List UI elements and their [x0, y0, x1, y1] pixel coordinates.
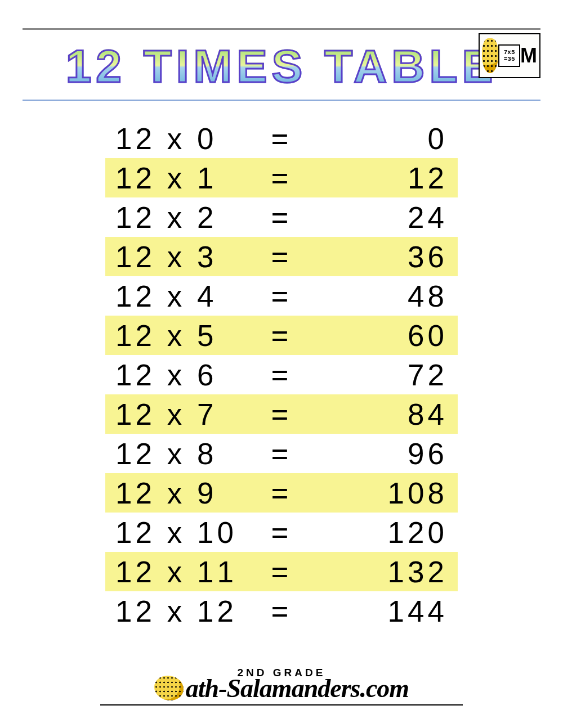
expression: 12 x 10	[115, 515, 262, 550]
badge-expr-top: 7x5	[504, 49, 515, 56]
result: 12	[363, 161, 448, 195]
table-row: 12 x 4=48	[105, 276, 458, 316]
equals-sign: =	[262, 161, 301, 195]
result: 120	[363, 515, 448, 550]
equals-sign: =	[262, 318, 301, 353]
result: 0	[363, 122, 448, 156]
page-title: 12 Times Table	[66, 40, 498, 93]
table-row: 12 x 0=0	[105, 119, 458, 158]
expression: 12 x 5	[115, 318, 262, 353]
equals-sign: =	[262, 397, 301, 432]
equals-sign: =	[262, 515, 301, 550]
table-row: 12 x 8=96	[105, 434, 458, 473]
table-row: 12 x 10=120	[105, 513, 458, 552]
equals-sign: =	[262, 437, 301, 471]
expression: 12 x 9	[115, 476, 262, 510]
expression: 12 x 12	[115, 594, 262, 628]
result: 60	[363, 318, 448, 353]
equals-sign: =	[262, 476, 301, 510]
equals-sign: =	[262, 358, 301, 392]
expression: 12 x 2	[115, 200, 262, 235]
result: 48	[363, 279, 448, 313]
expression: 12 x 3	[115, 240, 262, 274]
badge-letter: M	[520, 46, 537, 66]
expression: 12 x 8	[115, 437, 262, 471]
whiteboard-icon: 7x5 =35	[498, 44, 520, 67]
result: 108	[363, 476, 448, 510]
times-table-container: 12 x 0=012 x 1=1212 x 2=2412 x 3=3612 x …	[23, 119, 540, 667]
footer-url: ath-Salamanders.com	[186, 673, 409, 703]
expression: 12 x 1	[115, 161, 262, 195]
table-row: 12 x 6=72	[105, 355, 458, 394]
top-rule	[23, 28, 540, 30]
equals-sign: =	[262, 555, 301, 589]
expression: 12 x 4	[115, 279, 262, 313]
footer-rule	[100, 704, 463, 706]
result: 84	[363, 397, 448, 432]
table-row: 12 x 7=84	[105, 394, 458, 434]
result: 144	[363, 594, 448, 628]
equals-sign: =	[262, 122, 301, 156]
brand-badge: 7x5 =35 M	[479, 33, 540, 78]
header-divider	[23, 100, 540, 101]
table-row: 12 x 5=60	[105, 316, 458, 355]
result: 132	[363, 555, 448, 589]
result: 96	[363, 437, 448, 471]
expression: 12 x 6	[115, 358, 262, 392]
equals-sign: =	[262, 594, 301, 628]
table-row: 12 x 2=24	[105, 197, 458, 237]
equals-sign: =	[262, 279, 301, 313]
table-row: 12 x 12=144	[105, 591, 458, 631]
table-row: 12 x 9=108	[105, 473, 458, 513]
table-row: 12 x 3=36	[105, 237, 458, 276]
equals-sign: =	[262, 200, 301, 235]
footer-brand: ath-Salamanders.com	[23, 673, 540, 703]
badge-expr-bottom: =35	[504, 56, 515, 62]
salamander-icon	[482, 38, 498, 73]
header: 12 Times Table 7x5 =35 M	[23, 34, 540, 97]
footer: 2nd Grade ath-Salamanders.com	[23, 667, 540, 712]
result: 72	[363, 358, 448, 392]
equals-sign: =	[262, 240, 301, 274]
table-row: 12 x 11=132	[105, 552, 458, 591]
expression: 12 x 7	[115, 397, 262, 432]
result: 36	[363, 240, 448, 274]
expression: 12 x 11	[115, 555, 262, 589]
times-table: 12 x 0=012 x 1=1212 x 2=2412 x 3=3612 x …	[105, 119, 458, 631]
result: 24	[363, 200, 448, 235]
expression: 12 x 0	[115, 122, 262, 156]
salamander-footer-icon	[154, 676, 184, 700]
worksheet-page: 12 Times Table 7x5 =35 M 12 x 0=012 x 1=…	[0, 0, 563, 728]
table-row: 12 x 1=12	[105, 158, 458, 197]
